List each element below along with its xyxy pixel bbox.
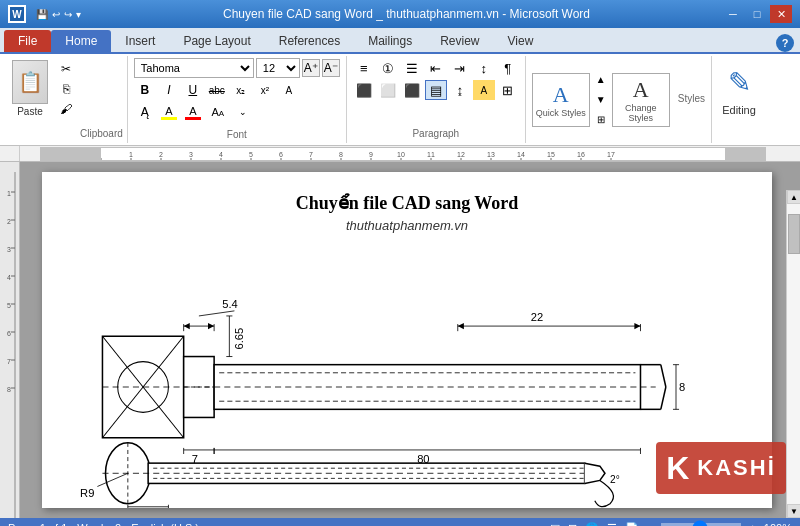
status-right[interactable]: ▣ ⊡ 🌐 ☰ 📄 − + 100%	[550, 522, 792, 527]
zoom-level: 100%	[764, 522, 792, 526]
bold-button[interactable]: B	[134, 80, 156, 100]
kashi-name: KASHİ	[697, 455, 775, 481]
font-grow-button[interactable]: A⁺	[302, 59, 320, 77]
font-dialog-button[interactable]: ⌄	[232, 102, 254, 122]
bullets-button[interactable]: ≡	[353, 58, 375, 78]
tab-mailings[interactable]: Mailings	[354, 30, 426, 52]
quick-access-toolbar[interactable]: W 💾 ↩ ↪ ▾	[8, 5, 81, 23]
font-name-select[interactable]: Tahoma	[134, 58, 254, 78]
svg-line-76	[661, 365, 666, 387]
redo-quick-btn[interactable]: ↪	[64, 9, 72, 20]
styles-down-button[interactable]: ▼	[594, 91, 608, 109]
svg-marker-117	[208, 323, 214, 329]
zoom-out-button[interactable]: −	[647, 522, 653, 526]
close-button[interactable]: ✕	[770, 5, 792, 23]
italic-button[interactable]: I	[158, 80, 180, 100]
zoom-in-button[interactable]: +	[749, 522, 755, 526]
svg-line-81	[199, 311, 235, 316]
tab-insert[interactable]: Insert	[111, 30, 169, 52]
border-button[interactable]: ⊞	[497, 80, 519, 100]
align-center-button[interactable]: ⬜	[377, 80, 399, 100]
view-print-button[interactable]: ▣	[550, 522, 560, 527]
minimize-button[interactable]: ─	[722, 5, 744, 23]
text-effect-button[interactable]: Ą	[134, 102, 156, 122]
paragraph-group-label: Paragraph	[412, 128, 459, 139]
maximize-button[interactable]: □	[746, 5, 768, 23]
undo-quick-btn[interactable]: ↩	[52, 9, 60, 20]
svg-text:5.4: 5.4	[222, 298, 238, 310]
tab-file[interactable]: File	[4, 30, 51, 52]
svg-text:10: 10	[397, 151, 405, 158]
svg-text:17: 17	[607, 151, 615, 158]
language-indicator: English (U.S.)	[131, 522, 199, 526]
view-web-button[interactable]: 🌐	[585, 522, 599, 527]
view-fullscreen-button[interactable]: ⊡	[568, 522, 577, 527]
paste-icon: 📋	[12, 60, 48, 104]
view-draft-button[interactable]: 📄	[625, 522, 639, 527]
vertical-scrollbar[interactable]: ▲ ▼	[786, 190, 800, 518]
superscript-button[interactable]: x²	[254, 80, 276, 100]
change-styles-button[interactable]: A Change Styles	[612, 73, 670, 127]
clear-format-button[interactable]: A	[278, 80, 300, 100]
font-group: Tahoma 12 A⁺ A⁻ B I U abc x₂ x² A Ą A A	[128, 56, 347, 143]
ribbon-content: 📋 Paste ✂ ⎘ 🖌 Clipboard Tahoma 12 A⁺ A⁻ …	[0, 54, 800, 146]
editing-label: Editing	[722, 104, 756, 116]
svg-line-77	[661, 387, 666, 409]
scroll-thumb[interactable]	[788, 214, 800, 254]
svg-text:4: 4	[219, 151, 223, 158]
subscript-button[interactable]: x₂	[230, 80, 252, 100]
underline-button[interactable]: U	[182, 80, 204, 100]
decrease-indent-button[interactable]: ⇤	[425, 58, 447, 78]
svg-text:4: 4	[7, 274, 11, 281]
svg-text:15: 15	[547, 151, 555, 158]
scroll-down-button[interactable]: ▼	[787, 504, 800, 518]
paste-label: Paste	[17, 106, 43, 117]
tab-home[interactable]: Home	[51, 30, 111, 52]
copy-button[interactable]: ⎘	[54, 80, 78, 98]
shading-button[interactable]: A	[473, 80, 495, 100]
svg-text:9: 9	[369, 151, 373, 158]
font-color-button[interactable]: A	[182, 102, 204, 122]
strikethrough-button[interactable]: abc	[206, 80, 228, 100]
align-left-button[interactable]: ⬛	[353, 80, 375, 100]
styles-group-label: Styles	[678, 93, 705, 104]
view-outline-button[interactable]: ☰	[607, 522, 617, 527]
increase-indent-button[interactable]: ⇥	[449, 58, 471, 78]
help-button[interactable]: ?	[776, 34, 794, 52]
paste-button[interactable]: 📋 Paste	[8, 58, 52, 119]
format-painter-button[interactable]: 🖌	[54, 100, 78, 118]
save-quick-btn[interactable]: 💾	[36, 9, 48, 20]
numbering-button[interactable]: ①	[377, 58, 399, 78]
svg-text:2: 2	[159, 151, 163, 158]
styles-up-button[interactable]: ▲	[594, 71, 608, 89]
change-case-button[interactable]: Aa	[206, 102, 230, 122]
svg-text:7: 7	[7, 358, 11, 365]
font-shrink-button[interactable]: A⁻	[322, 59, 340, 77]
svg-text:R9: R9	[80, 487, 94, 499]
svg-text:2°: 2°	[610, 474, 620, 485]
line-spacing-button[interactable]: ↨	[449, 80, 471, 100]
styles-more-button[interactable]: ⊞	[594, 111, 608, 129]
align-right-button[interactable]: ⬛	[401, 80, 423, 100]
quick-access-dropdown[interactable]: ▾	[76, 9, 81, 20]
paragraph-row1: ≡ ① ☰ ⇤ ⇥ ↕ ¶	[353, 58, 519, 78]
cut-button[interactable]: ✂	[54, 60, 78, 78]
tab-references[interactable]: References	[265, 30, 354, 52]
svg-text:1: 1	[129, 151, 133, 158]
scroll-up-button[interactable]: ▲	[787, 190, 800, 204]
sort-button[interactable]: ↕	[473, 58, 495, 78]
tab-view[interactable]: View	[494, 30, 548, 52]
quick-styles-button[interactable]: A Quick Styles	[532, 73, 590, 127]
tab-page-layout[interactable]: Page Layout	[169, 30, 264, 52]
document-subtitle: thuthuatphanmem.vn	[72, 218, 742, 233]
highlight-color-button[interactable]: A	[158, 102, 180, 122]
editing-button[interactable]: ✎ Editing	[720, 60, 758, 116]
svg-text:7: 7	[309, 151, 313, 158]
styles-arrows: ▲ ▼ ⊞	[594, 71, 608, 129]
window-controls[interactable]: ─ □ ✕	[722, 5, 792, 23]
font-size-select[interactable]: 12	[256, 58, 300, 78]
justify-button[interactable]: ▤	[425, 80, 447, 100]
show-formatting-button[interactable]: ¶	[497, 58, 519, 78]
tab-review[interactable]: Review	[426, 30, 493, 52]
multilevel-list-button[interactable]: ☰	[401, 58, 423, 78]
